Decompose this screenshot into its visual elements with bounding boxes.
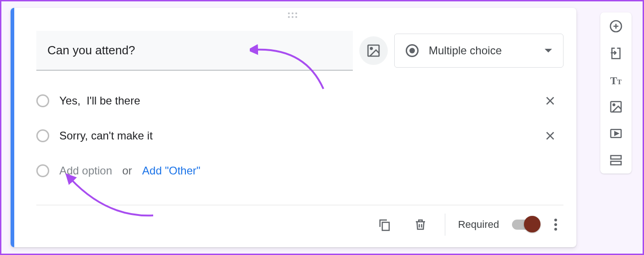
svg-rect-9 — [611, 156, 621, 159]
svg-text:T: T — [610, 75, 617, 87]
close-icon — [544, 95, 556, 107]
or-text: or — [122, 164, 132, 177]
section-icon — [609, 153, 623, 167]
dot-icon — [554, 223, 557, 226]
add-image-block-button[interactable] — [609, 100, 623, 114]
more-options-button[interactable] — [551, 215, 561, 234]
add-video-button[interactable] — [609, 127, 623, 140]
trash-icon — [414, 218, 427, 232]
svg-point-7 — [613, 104, 615, 106]
option-input[interactable] — [59, 129, 530, 142]
remove-option-button[interactable] — [540, 91, 560, 110]
import-questions-button[interactable] — [609, 46, 623, 60]
remove-option-button[interactable] — [540, 126, 560, 145]
image-icon — [609, 100, 623, 114]
radio-icon — [406, 44, 419, 57]
radio-preview-icon — [36, 129, 49, 142]
svg-rect-2 — [382, 222, 389, 231]
divider — [445, 214, 445, 236]
video-icon — [609, 127, 623, 140]
caret-down-icon — [545, 49, 552, 52]
add-section-button[interactable] — [609, 153, 623, 167]
svg-point-1 — [370, 47, 372, 49]
add-option-button[interactable]: Add option — [59, 164, 112, 177]
required-label: Required — [458, 219, 499, 231]
close-icon — [544, 130, 556, 142]
option-row — [36, 124, 564, 148]
import-icon — [609, 46, 623, 60]
add-option-row: Add option or Add "Other" — [36, 159, 564, 183]
question-footer: Required — [36, 205, 564, 243]
image-icon — [366, 43, 381, 58]
question-card: Multiple choice Add option — [11, 8, 576, 247]
question-type-select[interactable]: Multiple choice — [394, 34, 564, 68]
svg-rect-10 — [611, 162, 621, 165]
required-toggle[interactable] — [512, 220, 538, 230]
dot-icon — [554, 219, 557, 221]
dot-icon — [554, 228, 557, 231]
duplicate-button[interactable] — [373, 213, 396, 236]
svg-text:T: T — [617, 78, 622, 86]
delete-button[interactable] — [409, 213, 432, 236]
add-question-button[interactable] — [609, 19, 623, 34]
add-image-button[interactable] — [359, 36, 388, 65]
question-type-label: Multiple choice — [429, 44, 535, 57]
plus-circle-icon — [609, 19, 623, 34]
option-row — [36, 89, 564, 113]
options-list: Add option or Add "Other" — [36, 89, 564, 183]
copy-icon — [378, 218, 391, 232]
add-title-button[interactable]: TT — [609, 73, 623, 87]
radio-preview-icon — [36, 94, 49, 107]
side-toolbar: TT — [600, 12, 632, 174]
add-other-button[interactable]: Add "Other" — [142, 164, 200, 177]
option-input[interactable] — [59, 94, 530, 107]
radio-preview-icon — [36, 164, 49, 177]
text-icon: TT — [609, 73, 623, 87]
drag-handle-icon[interactable] — [288, 12, 299, 20]
question-title-input[interactable] — [36, 31, 353, 70]
